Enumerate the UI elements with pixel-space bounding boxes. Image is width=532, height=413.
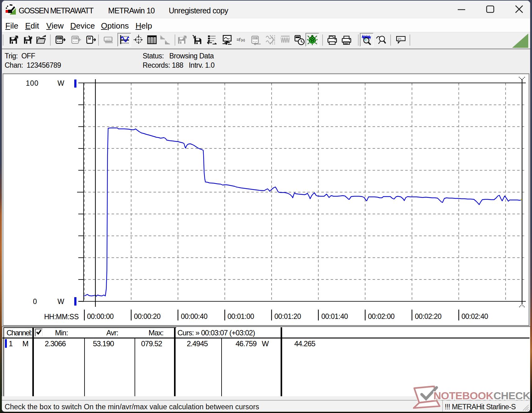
svg-text:321: 321 (73, 37, 76, 40)
svg-text:W: W (57, 297, 64, 306)
svg-text:NOTEBOOK: NOTEBOOK (433, 390, 493, 402)
svg-text:00:02:00: 00:02:00 (368, 312, 395, 320)
svg-text:(x): (x) (241, 38, 245, 42)
svg-text:1%…: 1%… (397, 37, 404, 40)
svg-text:M: M (88, 37, 91, 40)
svg-text:321: 321 (253, 37, 256, 40)
svg-text:100: 100 (26, 79, 39, 87)
svg-text:=f: =f (236, 37, 241, 42)
svg-text:HH:MM:SS: HH:MM:SS (44, 313, 79, 321)
svg-text:00:00:20: 00:00:20 (134, 312, 161, 320)
svg-text:1257: 1257 (105, 38, 112, 41)
svg-text:CHECK: CHECK (493, 390, 530, 402)
svg-text:00:01:40: 00:01:40 (321, 312, 348, 320)
svg-text:00:02:20: 00:02:20 (415, 312, 442, 320)
svg-text:00:00:40: 00:00:40 (181, 312, 208, 320)
svg-text:00:01:20: 00:01:20 (274, 312, 301, 320)
svg-text:0: 0 (33, 297, 37, 306)
svg-text:00:02:40: 00:02:40 (461, 312, 488, 320)
svg-text:00:00:00: 00:00:00 (87, 312, 114, 320)
svg-text:W: W (57, 79, 64, 87)
svg-text:00:01:00: 00:01:00 (227, 312, 254, 320)
svg-text:321: 321 (57, 37, 61, 40)
